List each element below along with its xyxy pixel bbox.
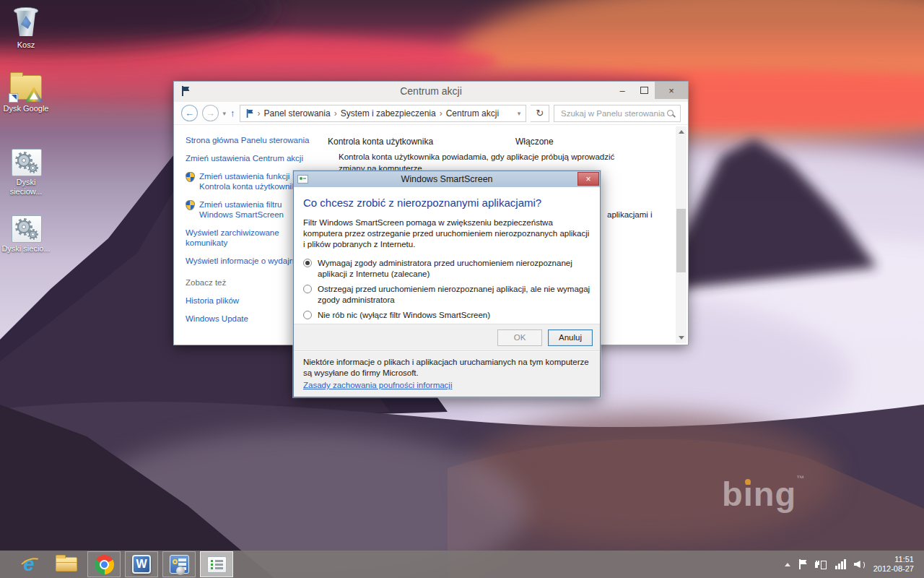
taskbar-computer-management[interactable] (162, 551, 196, 577)
dialog-body-text: Filtr Windows SmartScreen pomaga w zwięk… (303, 217, 593, 250)
dialog-options: Wymagaj zgody administratora przed uruch… (303, 258, 590, 321)
desktop-icon-label: Dyski siecio... (0, 244, 52, 254)
clock-time: 11:51 (873, 555, 914, 564)
bing-trademark: ™ (796, 474, 805, 483)
refresh-button[interactable]: ↻ (531, 105, 549, 122)
system-tray: 11:51 2012-08-27 (785, 555, 924, 574)
desktop-icon-label: Dyski sieciow... (0, 178, 52, 197)
bing-logo-text: bing (722, 475, 796, 513)
taskbar-word[interactable]: W (125, 551, 158, 577)
address-bar: ← → ▾ ↑ › Panel sterowania › System i za… (174, 102, 688, 125)
sidebar-item-home[interactable]: Strona główna Panelu sterowania (186, 135, 317, 145)
clock-date: 2012-08-27 (873, 564, 914, 574)
radio-option-do-nothing[interactable]: Nie rób nic (wyłącz filtr Windows SmartS… (303, 310, 590, 321)
back-button[interactable]: ← (181, 105, 198, 121)
word-icon: W (132, 555, 151, 574)
breadcrumb-item-system-security[interactable]: System i zabezpieczenia (341, 108, 436, 118)
forward-icon: → (206, 108, 215, 118)
uac-row-status: Włączone (515, 137, 554, 147)
gear-icon (27, 163, 38, 173)
breadcrumb[interactable]: › Panel sterowania › System i zabezpiecz… (240, 105, 527, 122)
bing-watermark: bing™ (722, 474, 805, 514)
maximize-button[interactable] (633, 82, 655, 99)
close-icon: × (668, 85, 674, 96)
uac-shield-icon (186, 200, 195, 210)
forward-button[interactable]: → (202, 105, 219, 121)
chrome-icon (95, 555, 114, 574)
dialog-title: Windows SmartScreen (294, 174, 600, 184)
bing-logo-dot (745, 479, 751, 485)
recycle-bin-icon (13, 6, 39, 38)
maximize-icon (640, 87, 648, 94)
refresh-icon: ↻ (536, 108, 544, 118)
desktop-icon-label: Kosz (0, 40, 52, 50)
tray-network-signal-icon[interactable] (835, 559, 846, 569)
dialog-titlebar[interactable]: Windows SmartScreen × (294, 171, 600, 187)
desktop-icon-network-drives-2[interactable]: Dyski siecio... (0, 215, 52, 254)
search-input[interactable] (559, 108, 666, 118)
history-dropdown[interactable]: ▾ (223, 110, 227, 117)
taskbar-internet-explorer[interactable]: e (12, 551, 45, 577)
taskbar: e W 11:51 2012-08-27 (0, 551, 924, 578)
radio-button[interactable] (303, 285, 312, 293)
privacy-policy-link[interactable]: Zasady zachowania poufności informacji (303, 380, 452, 391)
show-hidden-icons-button[interactable] (785, 563, 790, 566)
back-icon: ← (185, 108, 194, 118)
cancel-button[interactable]: Anuluj (548, 329, 593, 346)
vertical-scrollbar[interactable] (676, 126, 687, 343)
desktop-icon-google-drive[interactable]: Dysk Google (0, 74, 52, 113)
crumb-separator: › (334, 108, 337, 118)
dialog-footer: Niektóre informacje o plikach i aplikacj… (294, 350, 600, 397)
gears-icon (12, 149, 40, 175)
tray-action-center-flag-icon[interactable] (798, 559, 807, 569)
up-button[interactable]: ↑ (230, 108, 235, 118)
triangle-up-icon (679, 130, 684, 134)
taskbar-chrome[interactable] (87, 551, 121, 577)
desktop-icon-label: Dysk Google (0, 104, 52, 113)
dialog-heading: Co chcesz zrobić z nierozpoznanymi aplik… (303, 197, 590, 209)
scroll-up-arrow[interactable] (676, 126, 687, 137)
dialog-button-row: OK Anuluj (294, 324, 600, 350)
close-button[interactable]: × (655, 82, 688, 99)
search-box[interactable] (554, 105, 681, 122)
internet-explorer-icon: e (23, 555, 34, 574)
minimize-icon: – (619, 85, 624, 96)
minimize-button[interactable]: – (611, 82, 633, 99)
tray-clock[interactable]: 11:51 2012-08-27 (873, 555, 914, 574)
triangle-down-icon (679, 336, 684, 340)
gear-icon (27, 229, 38, 240)
smartscreen-dialog: Windows SmartScreen × Co chcesz zrobić z… (293, 171, 601, 397)
taskbar-action-center-active[interactable] (200, 551, 233, 577)
gears-icon (12, 215, 40, 241)
desktop-icon-recycle-bin[interactable]: Kosz (0, 6, 52, 50)
radio-option-warn-only[interactable]: Ostrzegaj przed uruchomieniem nierozpozn… (303, 284, 590, 306)
google-drive-triangle-icon (25, 86, 43, 103)
breadcrumb-item-control-panel[interactable]: Panel sterowania (264, 108, 331, 118)
sidebar-item-change-ac-settings[interactable]: Zmień ustawienia Centrum akcji (186, 153, 317, 163)
uac-shield-icon (186, 172, 195, 182)
sphere-icon (176, 566, 185, 575)
radio-button-selected[interactable] (303, 259, 312, 267)
search-icon (666, 109, 675, 118)
window-titlebar[interactable]: Centrum akcji – × (174, 82, 688, 102)
taskbar-file-explorer[interactable] (50, 551, 83, 577)
crumb-separator: › (440, 108, 443, 118)
radio-option-require-approval[interactable]: Wymagaj zgody administratora przed uruch… (303, 258, 590, 280)
close-icon: × (585, 174, 590, 184)
privacy-note: Niektóre informacje o plikach i aplikacj… (303, 357, 590, 379)
google-drive-folder-icon (9, 74, 43, 101)
scroll-down-arrow[interactable] (676, 332, 687, 343)
breadcrumb-item-action-center[interactable]: Centrum akcji (446, 108, 499, 118)
ok-button[interactable]: OK (497, 329, 542, 346)
radio-button[interactable] (303, 311, 312, 319)
tray-power-icon[interactable] (815, 559, 827, 570)
shortcut-arrow-icon (9, 93, 18, 103)
breadcrumb-dropdown-icon[interactable]: ▾ (518, 110, 521, 117)
clipped-text-fragment: aplikacjami i (607, 210, 653, 219)
desktop-icon-network-drives-1[interactable]: Dyski sieciow... (0, 149, 52, 197)
crumb-separator: › (258, 108, 261, 118)
tray-volume-icon[interactable] (854, 559, 866, 569)
computer-management-icon (170, 555, 189, 574)
scrollbar-thumb[interactable] (676, 209, 686, 272)
dialog-close-button[interactable]: × (578, 172, 599, 186)
